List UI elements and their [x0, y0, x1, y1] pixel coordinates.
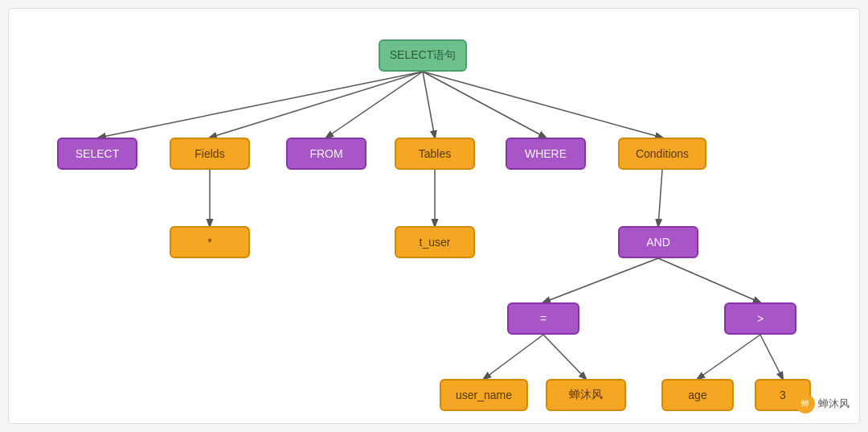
node-tables: Tables — [395, 138, 475, 170]
svg-line-12 — [543, 335, 586, 379]
node-where: WHERE — [506, 138, 586, 170]
node-select: SELECT — [57, 138, 137, 170]
svg-line-14 — [760, 335, 783, 379]
node-conditions: Conditions — [618, 138, 706, 170]
node-gt: > — [724, 302, 796, 335]
watermark: 蝉 蝉沐风 — [796, 394, 850, 413]
svg-line-1 — [210, 72, 423, 138]
node-root: SELECT语句 — [379, 39, 467, 72]
svg-line-4 — [423, 72, 546, 138]
watermark-text: 蝉沐风 — [818, 397, 850, 411]
svg-line-5 — [423, 72, 662, 138]
node-age: age — [661, 379, 734, 411]
node-from: FROM — [286, 138, 366, 170]
svg-line-9 — [543, 258, 658, 302]
node-username: user_name — [440, 379, 528, 411]
node-eq: = — [507, 302, 579, 335]
svg-line-8 — [658, 170, 662, 226]
watermark-icon: 蝉 — [796, 394, 815, 413]
diagram-container: SELECT语句 SELECT Fields FROM Tables WHERE… — [8, 8, 860, 424]
node-fields: Fields — [170, 138, 250, 170]
svg-line-13 — [698, 335, 760, 379]
node-sumu: 蝉沐风 — [546, 379, 626, 411]
svg-line-3 — [423, 72, 435, 138]
node-and: AND — [618, 226, 698, 258]
svg-line-2 — [326, 72, 423, 138]
svg-line-0 — [99, 72, 423, 138]
svg-line-11 — [484, 335, 543, 379]
node-tuser: t_user — [395, 226, 475, 258]
node-star: * — [170, 226, 250, 258]
svg-line-10 — [658, 258, 760, 302]
